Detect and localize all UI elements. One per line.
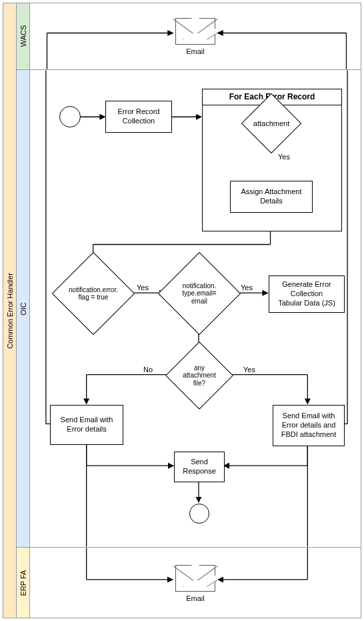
pool-title: Common Error Handler (6, 273, 14, 349)
lane-erp-label: ERP FA (19, 570, 27, 596)
decision-flag: notification.error. flag = true (64, 264, 123, 323)
lane-wacs-body: Email (30, 3, 361, 69)
end-node (189, 504, 209, 524)
decision-any-attachment: any attachment file? (175, 352, 223, 400)
email-caption: Email (175, 47, 215, 55)
decision-type-email: notification. type.email= email (170, 264, 229, 323)
lane-wacs-label: WACS (19, 25, 27, 47)
lane-wacs-label-strip: WACS (17, 3, 30, 69)
node-send-response: Send Response (174, 452, 225, 482)
lanes-container: WACS Email (17, 3, 361, 618)
node-send-email-plain: Send Email with Error details (50, 405, 123, 445)
edge-type-yes: Yes (241, 283, 253, 291)
decision-type-email-label: notification. type.email= email (173, 282, 225, 305)
edge-attachment-yes: Yes (278, 153, 290, 161)
edge-flag-yes: Yes (137, 283, 149, 291)
decision-any-attachment-label: any attachment file? (178, 364, 221, 388)
lane-erp-body: Email (30, 548, 361, 618)
node-error-record-collection: Error Record Collection (105, 101, 172, 133)
lane-oic: OIC (17, 70, 361, 548)
lane-oic-label: OIC (19, 302, 27, 316)
email-caption: Email (175, 594, 215, 602)
decision-flag-label: notification.error. flag = true (67, 285, 119, 301)
pool-title-strip: Common Error Handler (3, 3, 17, 618)
node-assign-attachment: Assign Attachment Details (230, 181, 313, 213)
lane-oic-body: Error Record Collection For Each Error R… (30, 70, 361, 547)
node-send-email-fbdi: Send Email with Error details and FBDI a… (273, 405, 345, 446)
lane-wacs: WACS Email (17, 3, 361, 70)
edge-any-yes: Yes (243, 366, 255, 374)
email-icon (175, 565, 215, 592)
lane-erp-label-strip: ERP FA (17, 548, 30, 618)
lane-erp: ERP FA Email (17, 548, 361, 618)
edge-any-no: No (143, 366, 153, 374)
start-node (59, 106, 81, 127)
decision-attachment-label: attachment (252, 119, 291, 128)
email-icon (175, 18, 215, 45)
node-generate-tabular: Generate Error Collection Tabular Data (… (269, 275, 345, 313)
decision-attachment: attachment (250, 102, 293, 145)
swimlane-diagram: Common Error Handler WACS (3, 3, 361, 618)
lane-oic-label-strip: OIC (17, 70, 30, 547)
